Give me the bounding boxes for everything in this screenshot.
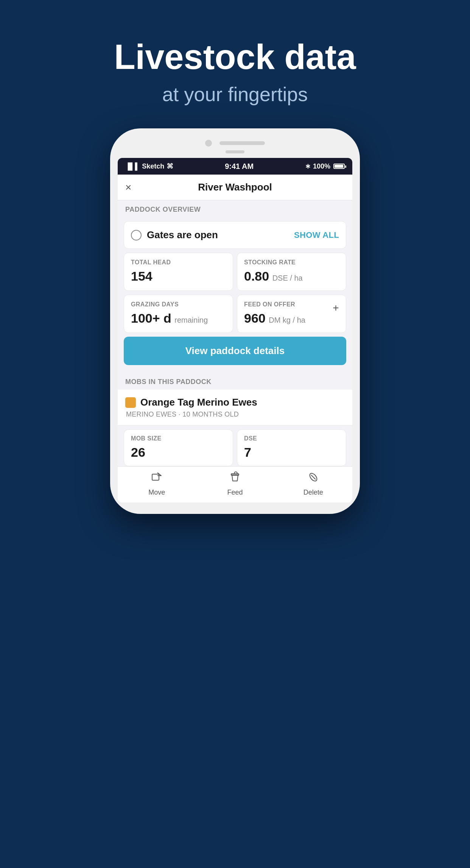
mob-size-value: 26 (131, 445, 226, 460)
gate-status-icon (131, 230, 142, 240)
mob-size-label: MOB SIZE (131, 435, 226, 442)
mob-dse-value: 7 (244, 445, 339, 460)
status-right: ∗ 100% (305, 162, 345, 170)
mob-stats-grid: MOB SIZE 26 DSE 7 (124, 429, 346, 466)
mobs-section: MOBS IN THIS PADDOCK (118, 373, 352, 390)
mob-dse-card: DSE 7 (237, 429, 346, 466)
status-left: ▐▌▌ Sketch ⌘ (125, 162, 173, 170)
phone-top-bar (118, 140, 352, 147)
mob-type: MERINO EWES (126, 411, 176, 418)
tab-delete[interactable]: Delete (274, 471, 352, 496)
move-label: Move (148, 489, 165, 496)
mob-separator: · (179, 411, 183, 418)
paddock-content: Gates are open SHOW ALL TOTAL HEAD 154 S… (118, 217, 352, 373)
mobs-section-label: MOBS IN THIS PADDOCK (125, 378, 212, 386)
phone-speaker (219, 141, 265, 145)
mob-meta: MERINO EWES · 10 MONTHS OLD (125, 411, 345, 418)
gates-text: Gates are open (147, 229, 218, 241)
stocking-rate-value: 0.80 (244, 269, 269, 283)
wifi-icon: ⌘ (167, 162, 173, 170)
close-button[interactable]: × (125, 181, 131, 194)
add-feed-icon[interactable]: + (333, 302, 339, 314)
mob-size-card: MOB SIZE 26 (124, 429, 233, 466)
mob-dse-label: DSE (244, 435, 339, 442)
signal-icon: ▐▌▌ (125, 162, 140, 170)
stocking-rate-label: STOCKING RATE (244, 259, 339, 266)
feed-on-offer-card: FEED ON OFFER + 960 DM kg / ha (237, 295, 346, 333)
view-paddock-button[interactable]: View paddock details (124, 337, 346, 365)
feed-label: Feed (227, 489, 243, 496)
gates-card: Gates are open SHOW ALL (124, 221, 346, 249)
hero-title: Livestock data (114, 38, 356, 76)
tab-move[interactable]: Move (118, 471, 196, 496)
move-icon (151, 471, 163, 486)
total-head-card: TOTAL HEAD 154 (124, 253, 233, 291)
grazing-days-value: 100+ d (131, 311, 171, 325)
feed-on-offer-unit: DM kg / ha (269, 316, 305, 324)
grazing-days-label: GRAZING DAYS (131, 301, 226, 308)
grazing-days-card: GRAZING DAYS 100+ d remaining (124, 295, 233, 333)
total-head-value: 154 (131, 269, 153, 283)
svg-line-4 (311, 475, 316, 479)
mob-age: 10 MONTHS OLD (182, 411, 239, 418)
feed-on-offer-label: FEED ON OFFER + (244, 301, 339, 308)
mob-card: Orange Tag Merino Ewes MERINO EWES · 10 … (118, 390, 352, 426)
mob-color-tag (125, 397, 136, 408)
phone-screen: ▐▌▌ Sketch ⌘ 9:41 AM ∗ 100% × River Wash… (118, 158, 352, 503)
paddock-overview-section: PADDOCK OVERVIEW (118, 200, 352, 217)
feed-icon (229, 471, 241, 486)
gates-left: Gates are open (131, 229, 218, 241)
tab-feed[interactable]: Feed (196, 471, 274, 496)
feed-on-offer-value: 960 (244, 311, 266, 325)
bluetooth-icon: ∗ (305, 162, 311, 170)
battery-percent: 100% (313, 162, 330, 170)
phone-frame: ▐▌▌ Sketch ⌘ 9:41 AM ∗ 100% × River Wash… (110, 128, 360, 514)
app-header-title: River Washpool (198, 181, 272, 193)
status-bar: ▐▌▌ Sketch ⌘ 9:41 AM ∗ 100% (118, 158, 352, 175)
delete-label: Delete (303, 489, 323, 496)
stocking-rate-card: STOCKING RATE 0.80 DSE / ha (237, 253, 346, 291)
app-header: × River Washpool (118, 175, 352, 200)
stocking-rate-unit: DSE / ha (272, 274, 303, 282)
phone-home-button (226, 150, 244, 153)
show-all-button[interactable]: SHOW ALL (294, 230, 339, 240)
app-name-status: Sketch (142, 162, 164, 170)
status-time: 9:41 AM (225, 162, 254, 171)
stats-grid: TOTAL HEAD 154 STOCKING RATE 0.80 DSE / … (124, 253, 346, 333)
hero-subtitle: at your fingertips (162, 83, 308, 106)
battery-icon (333, 164, 345, 169)
grazing-days-subtext: remaining (174, 316, 208, 324)
total-head-label: TOTAL HEAD (131, 259, 226, 266)
delete-icon (307, 471, 319, 486)
svg-rect-0 (152, 474, 159, 480)
mob-name: Orange Tag Merino Ewes (140, 397, 257, 408)
mob-header: Orange Tag Merino Ewes (125, 397, 345, 408)
tab-bar: Move Feed (118, 466, 352, 503)
phone-camera (205, 140, 212, 147)
paddock-overview-label: PADDOCK OVERVIEW (125, 206, 201, 213)
